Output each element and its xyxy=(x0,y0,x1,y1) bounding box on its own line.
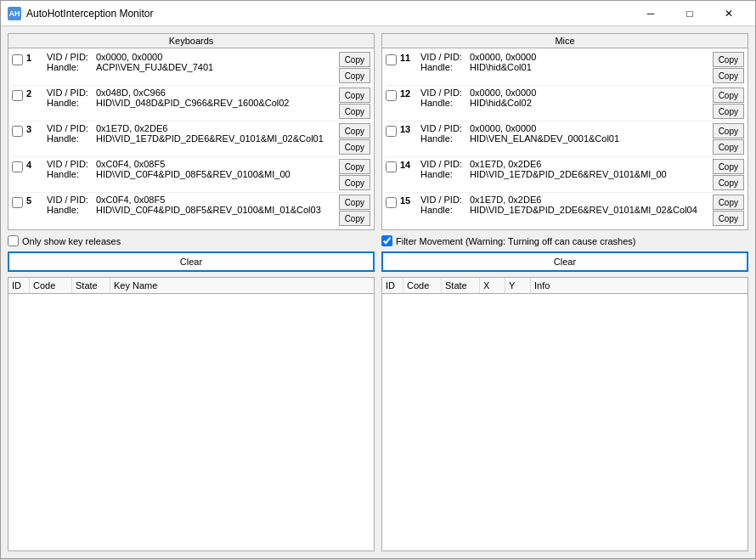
keyboard-4-info: VID / PID: 0xC0F4, 0x08F5 Handle: HID\VI… xyxy=(47,159,337,179)
log-panels-row: ID Code State Key Name ID Code State X Y… xyxy=(8,277,748,551)
main-content: Keyboards 1 VID / PID: 0x0000, 0x0000 xyxy=(1,26,755,558)
keyboard-1-checkbox[interactable] xyxy=(12,54,23,65)
mouse-14-info: VID / PID: 0x1E7D, 0x2DE6 Handle: HID\VI… xyxy=(420,159,711,179)
keyboard-2-info: VID / PID: 0x048D, 0xC966 Handle: HID\VI… xyxy=(47,88,337,108)
keyboard-1-copy-handle-btn[interactable]: Copy xyxy=(339,68,370,83)
keyboards-device-list: 1 VID / PID: 0x0000, 0x0000 Handle: ACPI… xyxy=(8,48,374,229)
mouse-15-id: 15 xyxy=(400,195,420,206)
mouse-15-checkbox[interactable] xyxy=(386,197,397,208)
keyboard-3-vid-pid-label: VID / PID: xyxy=(47,123,96,133)
mouse-15-vid-pid-value: 0x1E7D, 0x2DE6 xyxy=(470,195,711,205)
keyboard-log-col-code: Code xyxy=(30,278,72,293)
keyboard-3-copy-vid-btn[interactable]: Copy xyxy=(339,123,370,138)
mouse-12-copy-vid-btn[interactable]: Copy xyxy=(713,88,744,103)
keyboard-3-copy-handle-btn[interactable]: Copy xyxy=(339,139,370,155)
keyboard-4-vid-pid-label: VID / PID: xyxy=(47,159,96,169)
mouse-device-row: 15 VID / PID: 0x1E7D, 0x2DE6 Handle: HID… xyxy=(386,193,744,228)
mouse-12-copy-btns: Copy Copy xyxy=(711,88,744,119)
mouse-12-copy-handle-btn[interactable]: Copy xyxy=(713,104,744,119)
device-panels-row: Keyboards 1 VID / PID: 0x0000, 0x0000 xyxy=(8,33,748,230)
keyboard-1-copy-btns: Copy Copy xyxy=(337,52,370,83)
filter-movement-checkbox[interactable] xyxy=(381,235,392,246)
keyboard-5-checkbox[interactable] xyxy=(12,197,23,208)
mouse-12-checkbox[interactable] xyxy=(386,90,397,101)
mouse-14-copy-btns: Copy Copy xyxy=(711,159,744,190)
mouse-12-vid-pid-label: VID / PID: xyxy=(420,88,470,98)
keyboard-5-vid-pid-value: 0xC0F4, 0x08F5 xyxy=(96,195,337,205)
mouse-11-checkbox[interactable] xyxy=(386,54,397,65)
keyboard-1-id: 1 xyxy=(26,52,47,63)
mice-header: Mice xyxy=(382,34,748,48)
mouse-13-id: 13 xyxy=(400,123,420,134)
keyboard-1-handle-label: Handle: xyxy=(47,62,96,72)
keyboard-device-row: 1 VID / PID: 0x0000, 0x0000 Handle: ACPI… xyxy=(12,50,370,86)
maximize-button[interactable]: □ xyxy=(670,1,709,26)
mouse-14-checkbox[interactable] xyxy=(386,161,397,172)
options-row: Only show key releases Filter Movement (… xyxy=(8,235,748,246)
mouse-14-copy-handle-btn[interactable]: Copy xyxy=(713,175,744,190)
keyboard-3-checkbox[interactable] xyxy=(12,126,23,137)
keyboard-2-copy-handle-btn[interactable]: Copy xyxy=(339,104,370,119)
keyboard-2-checkbox[interactable] xyxy=(12,90,23,101)
app-icon: AH xyxy=(8,7,21,20)
mouse-14-handle-label: Handle: xyxy=(420,169,470,179)
mouse-11-copy-btns: Copy Copy xyxy=(711,52,744,83)
keyboard-options: Only show key releases xyxy=(8,235,375,246)
keyboards-clear-button[interactable]: Clear xyxy=(8,251,375,272)
mouse-log-col-info: Info xyxy=(531,278,748,293)
keyboard-4-copy-handle-btn[interactable]: Copy xyxy=(339,175,370,190)
window-title: AutoHotInterception Monitor xyxy=(26,8,631,20)
keyboard-1-copy-vid-btn[interactable]: Copy xyxy=(339,52,370,67)
mouse-12-vid-pid-value: 0x0000, 0x0000 xyxy=(470,88,711,98)
keyboard-4-copy-vid-btn[interactable]: Copy xyxy=(339,159,370,174)
mouse-device-row: 11 VID / PID: 0x0000, 0x0000 Handle: HID… xyxy=(386,50,744,86)
keyboard-1-vid-pid-value: 0x0000, 0x0000 xyxy=(96,52,337,62)
keyboard-2-copy-btns: Copy Copy xyxy=(337,88,370,119)
mouse-14-copy-vid-btn[interactable]: Copy xyxy=(713,159,744,174)
mouse-log-col-state: State xyxy=(442,278,480,293)
mouse-15-vid-pid-label: VID / PID: xyxy=(420,195,470,205)
mouse-11-vid-pid-label: VID / PID: xyxy=(420,52,470,62)
mouse-13-copy-handle-btn[interactable]: Copy xyxy=(713,139,744,155)
mouse-log-header: ID Code State X Y Info xyxy=(382,278,748,294)
keyboard-2-vid-pid-value: 0x048D, 0xC966 xyxy=(96,88,337,98)
mouse-12-handle-value: HID\hid&Col02 xyxy=(470,98,711,108)
keyboard-5-copy-handle-btn[interactable]: Copy xyxy=(339,211,370,226)
mouse-12-id: 12 xyxy=(400,88,420,99)
keyboard-device-row: 5 VID / PID: 0xC0F4, 0x08F5 Handle: HID\… xyxy=(12,193,370,228)
close-button[interactable]: ✕ xyxy=(709,1,748,26)
keyboard-1-vid-pid-label: VID / PID: xyxy=(47,52,96,62)
mouse-11-copy-vid-btn[interactable]: Copy xyxy=(713,52,744,67)
mice-device-list: 11 VID / PID: 0x0000, 0x0000 Handle: HID… xyxy=(382,48,748,229)
keyboard-5-info: VID / PID: 0xC0F4, 0x08F5 Handle: HID\VI… xyxy=(47,195,337,215)
keyboard-log-col-keyname: Key Name xyxy=(110,278,374,293)
mouse-log-col-id: ID xyxy=(382,278,403,293)
keyboard-4-checkbox[interactable] xyxy=(12,161,23,172)
keyboard-3-handle-label: Handle: xyxy=(47,133,96,144)
mice-clear-button[interactable]: Clear xyxy=(381,251,748,272)
minimize-button[interactable]: ─ xyxy=(631,1,670,26)
keyboard-device-row: 4 VID / PID: 0xC0F4, 0x08F5 Handle: HID\… xyxy=(12,157,370,193)
keyboard-3-id: 3 xyxy=(26,123,47,134)
mouse-log-col-y: Y xyxy=(505,278,531,293)
mouse-13-checkbox[interactable] xyxy=(386,126,397,137)
keyboard-log-col-id: ID xyxy=(8,278,30,293)
clear-buttons-row: Clear Clear xyxy=(8,251,748,272)
window-controls: ─ □ ✕ xyxy=(631,1,748,26)
keyboard-4-id: 4 xyxy=(26,159,47,170)
mouse-13-vid-pid-label: VID / PID: xyxy=(420,123,470,133)
mouse-11-copy-handle-btn[interactable]: Copy xyxy=(713,68,744,83)
keyboard-5-copy-vid-btn[interactable]: Copy xyxy=(339,195,370,210)
keyboard-3-vid-pid-value: 0x1E7D, 0x2DE6 xyxy=(96,123,337,133)
mouse-15-copy-handle-btn[interactable]: Copy xyxy=(713,211,744,226)
mouse-14-vid-pid-label: VID / PID: xyxy=(420,159,470,169)
mouse-11-id: 11 xyxy=(400,52,420,63)
keyboard-3-copy-btns: Copy Copy xyxy=(337,123,370,155)
mouse-device-row: 13 VID / PID: 0x0000, 0x0000 Handle: HID… xyxy=(386,121,744,157)
keyboard-2-copy-vid-btn[interactable]: Copy xyxy=(339,88,370,103)
mouse-13-copy-vid-btn[interactable]: Copy xyxy=(713,123,744,138)
mouse-options: Filter Movement (Warning: Turning off ca… xyxy=(381,235,748,246)
only-show-key-releases-checkbox[interactable] xyxy=(8,235,19,246)
mouse-15-copy-vid-btn[interactable]: Copy xyxy=(713,195,744,210)
keyboard-4-copy-btns: Copy Copy xyxy=(337,159,370,190)
